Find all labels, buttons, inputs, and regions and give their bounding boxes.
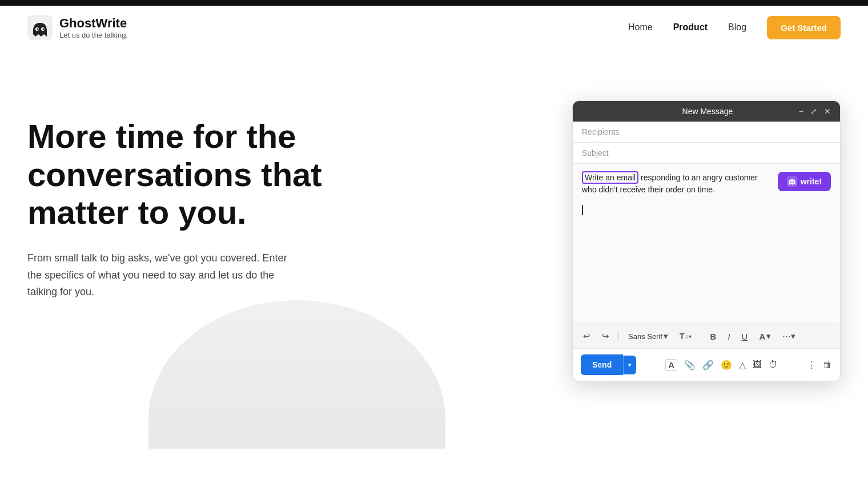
font-name: Sans Serif — [628, 332, 662, 341]
action-icons-right: ⋮ 🗑 — [807, 360, 832, 370]
text-format-icon[interactable]: A — [665, 359, 677, 371]
send-dropdown-button[interactable]: ▾ — [623, 356, 636, 374]
delete-icon[interactable]: 🗑 — [823, 360, 832, 370]
image-icon[interactable]: 🖼 — [753, 360, 762, 370]
email-titlebar: New Message − ⤢ ✕ — [573, 101, 840, 122]
email-title: New Message — [616, 107, 799, 116]
font-selector[interactable]: Sans Serif ▾ — [625, 329, 672, 344]
brand: GhostWrite Let us do the talking. — [27, 15, 128, 40]
drive-icon[interactable]: △ — [739, 360, 746, 370]
minimize-icon[interactable]: − — [799, 107, 803, 115]
email-prompt-text: Write an email responding to an angry cu… — [582, 172, 772, 196]
email-prompt-row: Write an email responding to an angry cu… — [582, 172, 831, 196]
nav-links: Home Product Blog Get Started — [628, 16, 841, 39]
cursor-line — [582, 196, 831, 217]
font-dropdown-icon: ▾ — [664, 331, 668, 341]
more-options-icon[interactable]: ⋮ — [807, 360, 816, 370]
navbar: GhostWrite Let us do the talking. Home P… — [0, 6, 868, 49]
get-started-button[interactable]: Get Started — [767, 16, 841, 39]
emoji-icon[interactable]: 🙂 — [721, 360, 732, 370]
top-bar — [0, 0, 868, 6]
schedule-icon[interactable]: ⏱ — [769, 360, 778, 370]
italic-button[interactable]: I — [724, 329, 733, 344]
link-icon[interactable]: 🔗 — [702, 360, 714, 370]
write-ghost-icon — [787, 176, 797, 187]
decorative-blob — [148, 300, 445, 449]
action-icons: A 📎 🔗 🙂 △ 🖼 ⏱ — [665, 359, 778, 371]
email-window: New Message − ⤢ ✕ Recipients Subject W — [572, 100, 841, 381]
hero-subtitle: From small talk to big asks, we've got y… — [27, 250, 302, 301]
svg-point-7 — [792, 182, 793, 183]
brand-name: GhostWrite — [59, 16, 128, 31]
recipients-label: Recipients — [582, 127, 619, 136]
hero-title: More time for the conversations that mat… — [27, 118, 347, 232]
underline-button[interactable]: U — [738, 329, 752, 344]
prompt-highlight: Write an email — [582, 171, 638, 184]
attachment-icon[interactable]: 📎 — [684, 360, 696, 370]
more-formatting-button[interactable]: ⋯▾ — [779, 329, 799, 344]
close-icon[interactable]: ✕ — [824, 107, 831, 115]
text-color-button[interactable]: A ▾ — [756, 329, 774, 344]
bold-button[interactable]: B — [707, 329, 720, 344]
subject-label: Subject — [582, 148, 609, 158]
brand-tagline: Let us do the talking. — [59, 31, 128, 39]
send-group: Send ▾ — [581, 354, 636, 375]
text-color-icon: A — [759, 332, 765, 341]
font-size-icon: T — [680, 332, 685, 341]
fmt-divider-1 — [618, 331, 619, 341]
svg-point-6 — [790, 182, 791, 183]
send-button[interactable]: Send — [581, 354, 623, 375]
maximize-icon[interactable]: ⤢ — [810, 107, 817, 115]
hero-text: More time for the conversations that mat… — [27, 95, 347, 301]
fmt-divider-2 — [701, 331, 701, 341]
action-bar: Send ▾ A 📎 🔗 🙂 △ 🖼 ⏱ ⋮ 🗑 — [573, 348, 840, 381]
subject-field[interactable]: Subject — [573, 143, 840, 164]
write-button[interactable]: write! — [778, 172, 831, 191]
font-size-dropdown-icon: ↕▾ — [686, 333, 692, 340]
nav-product[interactable]: Product — [673, 22, 708, 33]
recipients-field[interactable]: Recipients — [573, 122, 840, 143]
nav-home[interactable]: Home — [628, 22, 653, 33]
formatting-bar: ↩ ↪ Sans Serif ▾ T ↕▾ B I U A ▾ — [573, 324, 840, 348]
font-size-button[interactable]: T ↕▾ — [676, 329, 695, 343]
undo-button[interactable]: ↩ — [580, 329, 594, 344]
svg-point-3 — [37, 29, 39, 30]
email-mock: New Message − ⤢ ✕ Recipients Subject W — [572, 100, 841, 381]
hero-section: More time for the conversations that mat… — [0, 49, 868, 449]
nav-blog[interactable]: Blog — [728, 22, 746, 33]
svg-point-4 — [43, 29, 45, 30]
write-btn-label: write! — [801, 177, 822, 186]
titlebar-controls: − ⤢ ✕ — [799, 107, 831, 115]
ghost-logo-icon — [27, 15, 53, 40]
brand-text: GhostWrite Let us do the talking. — [59, 16, 128, 39]
email-body[interactable]: Write an email responding to an angry cu… — [573, 164, 840, 324]
redo-button[interactable]: ↪ — [598, 329, 613, 344]
text-color-dropdown: ▾ — [766, 331, 771, 341]
